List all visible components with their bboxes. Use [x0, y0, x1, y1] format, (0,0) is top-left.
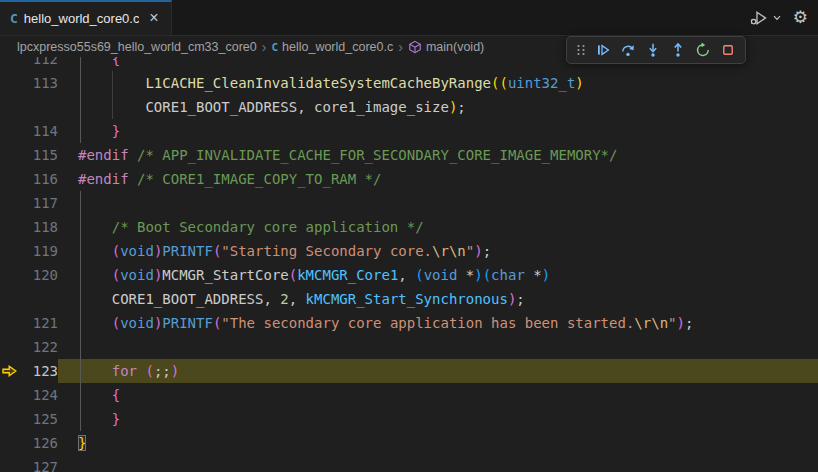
- breakpoint-gutter[interactable]: [0, 143, 20, 167]
- debug-continue-button[interactable]: [591, 39, 615, 61]
- code-token: (: [415, 267, 423, 283]
- breakpoint-gutter[interactable]: [0, 119, 20, 143]
- code-line-118[interactable]: 118 /* Boot Secondary core application *…: [0, 215, 818, 239]
- code-line-124[interactable]: 124 {: [0, 383, 818, 407]
- code-line-117[interactable]: 117: [0, 191, 818, 215]
- code-text[interactable]: for (;;): [58, 359, 818, 383]
- code-token: void: [120, 267, 154, 283]
- code-text[interactable]: [58, 455, 818, 472]
- breadcrumb-item-project[interactable]: lpcxpresso55s69_hello_world_cm33_core0: [17, 40, 257, 54]
- code-line-126[interactable]: 126}: [0, 431, 818, 455]
- code-text[interactable]: #endif /* APP_INVALIDATE_CACHE_FOR_SECON…: [58, 143, 818, 167]
- code-text[interactable]: (void)PRINTF("The secondary core applica…: [58, 311, 818, 335]
- debug-step-into-button[interactable]: [641, 39, 665, 61]
- code-token: \r\n: [634, 315, 668, 331]
- indent-guide: [80, 191, 81, 431]
- code-text[interactable]: {: [58, 383, 818, 407]
- code-token: {: [112, 57, 120, 67]
- code-text[interactable]: [58, 335, 818, 359]
- breakpoint-gutter[interactable]: [0, 167, 20, 191]
- code-token: ((: [491, 75, 508, 91]
- breakpoint-gutter[interactable]: [0, 215, 20, 239]
- code-line-wrap[interactable]: CORE1_BOOT_ADDRESS, 2, kMCMGR_Start_Sync…: [0, 287, 818, 311]
- debug-restart-button[interactable]: [691, 39, 715, 61]
- code-line-120[interactable]: 120 (void)MCMGR_StartCore(kMCMGR_Core1, …: [0, 263, 818, 287]
- breakpoint-gutter[interactable]: [0, 191, 20, 215]
- breakpoint-gutter[interactable]: [0, 335, 20, 359]
- code-line-113[interactable]: 113 L1CACHE_CleanInvalidateSystemCacheBy…: [0, 71, 818, 95]
- code-line-116[interactable]: 116#endif /* CORE1_IMAGE_COPY_TO_RAM */: [0, 167, 818, 191]
- code-token: ): [474, 267, 482, 283]
- code-token: void: [120, 315, 154, 331]
- debug-step-over-icon: [620, 42, 636, 58]
- code-line-115[interactable]: 115#endif /* APP_INVALIDATE_CACHE_FOR_SE…: [0, 143, 818, 167]
- code-token: (: [483, 267, 491, 283]
- code-line-127[interactable]: 127: [0, 455, 818, 472]
- code-line-114[interactable]: 114 }: [0, 119, 818, 143]
- code-token: ): [677, 315, 685, 331]
- code-line-119[interactable]: 119 (void)PRINTF("Starting Secondary cor…: [0, 239, 818, 263]
- breakpoint-gutter[interactable]: [0, 431, 20, 455]
- code-token: PRINTF: [162, 315, 213, 331]
- code-text[interactable]: (void)MCMGR_StartCore(kMCMGR_Core1, (voi…: [58, 263, 818, 287]
- chevron-right-icon: ›: [262, 41, 267, 53]
- debug-step-over-button[interactable]: [616, 39, 640, 61]
- debug-step-out-button[interactable]: [666, 39, 690, 61]
- indent-guide: [112, 71, 113, 119]
- line-number: 114: [20, 119, 58, 143]
- line-number: 117: [20, 191, 58, 215]
- code-text[interactable]: (void)PRINTF("Starting Secondary core.\r…: [58, 239, 818, 263]
- breakpoint-gutter[interactable]: [0, 383, 20, 407]
- code-line-wrap[interactable]: CORE1_BOOT_ADDRESS, core1_image_size);: [0, 95, 818, 119]
- code-token: /* APP_INVALIDATE_CACHE_FOR_SECONDARY_CO…: [137, 147, 617, 163]
- breakpoint-gutter[interactable]: [0, 407, 20, 431]
- code-line-121[interactable]: 121 (void)PRINTF("The secondary core app…: [0, 311, 818, 335]
- code-text[interactable]: }: [58, 431, 818, 455]
- code-token: [78, 123, 112, 139]
- line-number: 124: [20, 383, 58, 407]
- code-text[interactable]: L1CACHE_CleanInvalidateSystemCacheByRang…: [58, 71, 818, 95]
- chevron-right-icon: ›: [398, 41, 403, 53]
- breakpoint-gutter[interactable]: [0, 311, 20, 335]
- code-text[interactable]: CORE1_BOOT_ADDRESS, core1_image_size);: [58, 95, 818, 119]
- line-number: 121: [20, 311, 58, 335]
- code-text[interactable]: #endif /* CORE1_IMAGE_COPY_TO_RAM */: [58, 167, 818, 191]
- breakpoint-gutter[interactable]: [0, 455, 20, 472]
- code-line-123[interactable]: 123 for (;;): [0, 359, 818, 383]
- close-icon[interactable]: ×: [145, 10, 163, 28]
- code-line-122[interactable]: 122: [0, 335, 818, 359]
- breadcrumb-item-file[interactable]: C hello_world_core0.c: [271, 40, 393, 54]
- tab-hello-world-core0[interactable]: C hello_world_core0.c ×: [0, 0, 172, 35]
- line-number: 112: [20, 57, 58, 71]
- code-token: [129, 171, 137, 187]
- editor-actions: ⚙: [749, 0, 808, 35]
- code-text[interactable]: }: [58, 407, 818, 431]
- code-line-125[interactable]: 125 }: [0, 407, 818, 431]
- code-token: ,: [263, 291, 280, 307]
- debug-stop-button[interactable]: [716, 39, 740, 61]
- breakpoint-gutter[interactable]: [0, 263, 20, 287]
- breakpoint-gutter[interactable]: [0, 57, 20, 71]
- editor[interactable]: 112 {113 L1CACHE_CleanInvalidateSystemCa…: [0, 57, 818, 472]
- breadcrumb-item-symbol[interactable]: main(void): [408, 40, 484, 54]
- toolbar-drag-handle[interactable]: [572, 39, 590, 61]
- debug-step-out-icon: [670, 42, 686, 58]
- code-token: ;;: [154, 363, 171, 379]
- code-token: ;: [516, 291, 524, 307]
- code-token: "The secondary core application has been…: [221, 315, 634, 331]
- gear-icon[interactable]: ⚙: [793, 9, 808, 26]
- code-text[interactable]: CORE1_BOOT_ADDRESS, 2, kMCMGR_Start_Sync…: [58, 287, 818, 311]
- code-token: }: [112, 123, 120, 139]
- line-number: [20, 287, 58, 311]
- code-text[interactable]: /* Boot Secondary core application */: [58, 215, 818, 239]
- code-text[interactable]: [58, 191, 818, 215]
- breakpoint-gutter[interactable]: [0, 71, 20, 95]
- breakpoint-gutter[interactable]: [0, 287, 20, 311]
- code-text[interactable]: }: [58, 119, 818, 143]
- run-or-debug-button[interactable]: [749, 9, 781, 27]
- code-token: [78, 363, 112, 379]
- code-token: (: [112, 267, 120, 283]
- breakpoint-gutter[interactable]: [0, 239, 20, 263]
- breakpoint-gutter[interactable]: [0, 95, 20, 119]
- code-token: *: [525, 267, 542, 283]
